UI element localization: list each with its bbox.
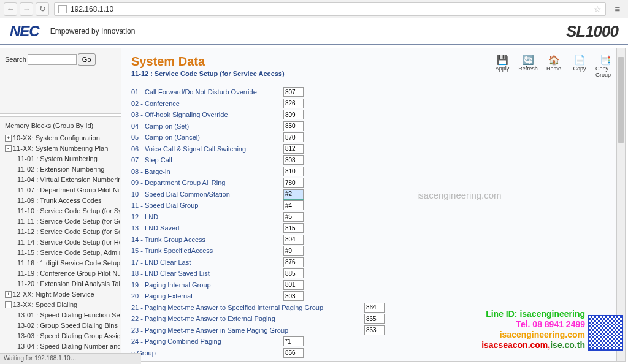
tree-title: Memory Blocks (Group By Id) (1, 119, 120, 133)
reload-button[interactable]: ↻ (36, 2, 49, 16)
row-input[interactable] (283, 178, 304, 188)
row-input[interactable] (364, 314, 385, 324)
copy-icon: 📄 (574, 55, 585, 66)
row-input[interactable] (283, 268, 304, 278)
copy-group-button[interactable]: 📑Copy Group (595, 55, 615, 78)
model-label: SL1000 (566, 22, 618, 41)
tree-child[interactable]: 11-02 : Extension Numbering (1, 164, 120, 175)
row-label: 10 - Speed Dial Common/Station (131, 191, 283, 198)
row-input[interactable] (283, 246, 304, 256)
hamburger-icon[interactable]: ≡ (611, 2, 624, 16)
row-input[interactable] (283, 87, 304, 97)
bookmark-star-icon[interactable]: ☆ (594, 4, 602, 14)
url-bar[interactable]: 192.168.1.10 ☆ (54, 2, 606, 16)
row-label: 06 - Voice Call & Signal Call Switching (131, 145, 283, 153)
logo: NEC (10, 23, 39, 40)
row-input[interactable] (283, 110, 304, 119)
apply-button[interactable]: 💾Apply (492, 55, 512, 78)
row-input[interactable] (283, 144, 304, 154)
data-row: 11 - Speed Dial Group (131, 200, 615, 211)
row-label: 24 - Paging Combined Paging (131, 338, 283, 345)
refresh-icon: 🔄 (523, 55, 534, 66)
tree-child[interactable]: 11-15 : Service Code Setup, Administrati… (1, 248, 120, 258)
row-input[interactable] (283, 291, 304, 301)
tree-node[interactable]: - 13-XX: Speed Dialing (1, 300, 120, 310)
row-input[interactable] (364, 303, 385, 313)
contact-stamp: Line ID: isacengineering Tel. 08 8941 24… (481, 309, 585, 351)
row-label: 20 - Paging External (131, 292, 283, 300)
scrollbar-thumb[interactable] (618, 57, 624, 143)
tree-child[interactable]: 11-14 : Service Code Setup (for Hotel) (1, 237, 120, 248)
tree-scroll[interactable]: Memory Blocks (Group By Id)+ 10-XX: Syst… (0, 117, 121, 364)
watermark: isacengineering.com (417, 190, 502, 200)
row-label: 21 - Paging Meet-me Answer to Specified … (131, 304, 364, 311)
tree-child[interactable]: 11-09 : Trunk Access Codes (1, 195, 120, 206)
tree-child[interactable]: 13-02 : Group Speed Dialing Bins (1, 320, 120, 331)
row-label: 05 - Camp-on (Cancel) (131, 134, 283, 141)
row-label: 19 - Paging Internal Group (131, 281, 283, 289)
tree-child[interactable]: 11-19 : Conference Group Pilot Number (1, 268, 120, 279)
row-input[interactable] (283, 223, 304, 233)
row-label: 12 - LND (131, 213, 283, 221)
row-input[interactable] (283, 99, 304, 108)
row-input[interactable] (283, 348, 304, 358)
tree-child[interactable]: 11-04 : Virtual Extension Numbering (1, 175, 120, 185)
expand-icon[interactable]: + (5, 135, 12, 142)
row-input[interactable] (364, 325, 385, 335)
row-input[interactable] (283, 280, 304, 290)
go-button[interactable]: Go (78, 53, 96, 66)
row-input[interactable] (283, 155, 304, 165)
home-button[interactable]: 🏠Home (544, 55, 564, 78)
data-row: 03 - Off-hook Signaling Override (131, 109, 615, 121)
row-label: 09 - Department Group All Ring (131, 179, 283, 186)
tree-child[interactable]: 11-07 : Department Group Pilot Numbers (1, 185, 120, 195)
row-input[interactable] (283, 189, 304, 199)
forward-button[interactable]: → (20, 2, 33, 16)
tree-child[interactable]: 13-03 : Speed Dialing Group Assignment f… (1, 331, 120, 341)
row-label: 13 - LND Saved (131, 224, 283, 232)
data-row: 20 - Paging External (131, 290, 615, 302)
row-input[interactable] (283, 235, 304, 245)
search-panel: Search Go (0, 48, 121, 114)
row-input[interactable] (283, 336, 304, 346)
tree-child[interactable]: 11-01 : System Numbering (1, 154, 120, 164)
page-subtitle: 11-12 : Service Code Setup (for Service … (131, 70, 285, 77)
expand-icon[interactable]: - (5, 301, 12, 308)
expand-icon[interactable]: + (5, 291, 12, 298)
row-label: 02 - Conference (131, 100, 283, 107)
tree-child[interactable]: 11-10 : Service Code Setup (for System A… (1, 206, 120, 216)
data-row: 06 - Voice Call & Signal Call Switching (131, 143, 615, 155)
content-scrollbar[interactable] (616, 48, 625, 361)
tree-child[interactable]: 11-20 : Extension Dial Analysis Table (1, 279, 120, 289)
expand-icon[interactable]: - (5, 145, 12, 152)
tree-child[interactable]: 11-12 : Service Code Setup (for Service … (1, 227, 120, 237)
row-input[interactable] (283, 132, 304, 142)
row-input[interactable] (283, 200, 304, 210)
data-row: 07 - Step Call (131, 154, 615, 166)
copy-button[interactable]: 📄Copy (570, 55, 589, 78)
tree-child[interactable]: 11-16 : 1-digit Service Code Setup (1, 258, 120, 268)
content-header: System Data 11-12 : Service Code Setup (… (121, 48, 625, 82)
row-input[interactable] (283, 121, 304, 131)
url-text: 192.168.1.10 (71, 5, 113, 13)
tree-node[interactable]: - 11-XX: System Numbering Plan (1, 143, 120, 154)
row-input[interactable] (283, 212, 304, 222)
data-row: 02 - Conference (131, 98, 615, 110)
tree-child[interactable]: 11-11 : Service Code Setup (for Setup/En… (1, 216, 120, 227)
tree-child[interactable]: 13-04 : Speed Dialing Number and Name (1, 341, 120, 352)
row-label: 04 - Camp-on (Set) (131, 123, 283, 130)
data-row: 04 - Camp-on (Set) (131, 121, 615, 132)
tree-node[interactable]: + 10-XX: System Configuration (1, 133, 120, 143)
data-row: 17 - LND Clear Last (131, 257, 615, 268)
data-row: 15 - Trunk SpecifiedAccess (131, 245, 615, 257)
tree-child[interactable]: 13-01 : Speed Dialing Function Setup (1, 310, 120, 320)
tree-node[interactable]: + 12-XX: Night Mode Service (1, 289, 120, 300)
refresh-button[interactable]: 🔄Refresh (518, 55, 538, 78)
tree-panel: Memory Blocks (Group By Id)+ 10-XX: Syst… (0, 116, 121, 364)
search-input[interactable] (28, 54, 77, 65)
row-label: 03 - Off-hook Signaling Override (131, 111, 283, 118)
back-button[interactable]: ← (4, 2, 17, 16)
row-input[interactable] (283, 257, 304, 267)
qr-code (588, 315, 623, 351)
row-input[interactable] (283, 167, 304, 176)
